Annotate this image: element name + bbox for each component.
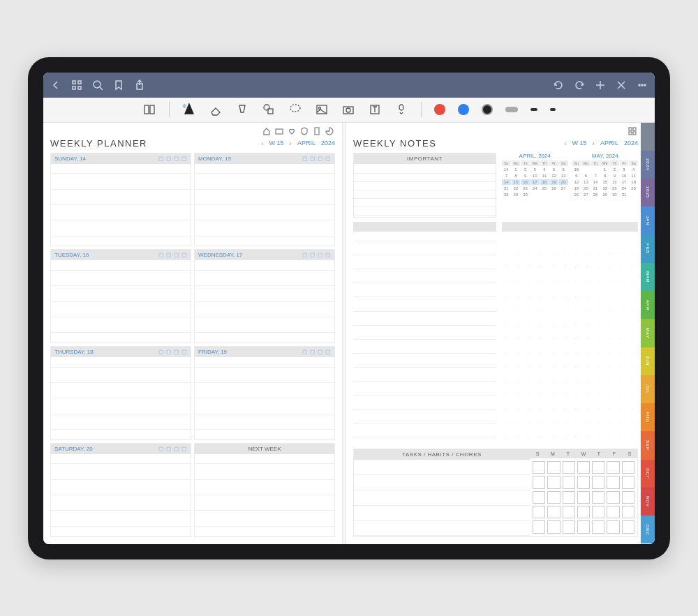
task-checkbox[interactable]: [563, 491, 575, 504]
share-icon[interactable]: [134, 80, 145, 91]
day-mini-icon[interactable]: ▢: [166, 349, 172, 355]
task-checkbox[interactable]: [622, 520, 634, 533]
side-tab[interactable]: FEB: [641, 235, 655, 263]
color-blue[interactable]: [458, 104, 469, 115]
widget-icon[interactable]: [628, 127, 637, 135]
week-link[interactable]: W 15: [269, 140, 284, 147]
day-cell[interactable]: WEDNESDAY, 17▢▢▢▢: [194, 249, 335, 343]
color-black[interactable]: [482, 104, 493, 115]
task-checkbox[interactable]: [577, 476, 590, 488]
side-tab[interactable]: NOV: [641, 488, 655, 516]
folder-icon[interactable]: [275, 127, 283, 135]
side-tab[interactable]: JUN: [641, 347, 655, 375]
task-checkbox[interactable]: [577, 461, 590, 474]
day-mini-icon[interactable]: ▢: [158, 349, 164, 355]
task-checkbox[interactable]: [607, 520, 619, 533]
day-mini-icon[interactable]: ▢: [318, 349, 323, 355]
task-checkbox[interactable]: [533, 491, 545, 504]
day-cell[interactable]: THURSDAY, 18▢▢▢▢: [50, 346, 191, 440]
task-checkbox[interactable]: [622, 461, 634, 474]
color-red[interactable]: [434, 104, 445, 115]
chart-icon[interactable]: [325, 127, 334, 135]
task-checkbox[interactable]: [607, 461, 619, 474]
side-tab[interactable]: MAY: [641, 319, 655, 347]
task-checkbox[interactable]: [547, 506, 560, 518]
day-mini-icon[interactable]: ▢: [166, 446, 172, 452]
task-checkbox[interactable]: [577, 491, 590, 504]
mini-calendar[interactable]: APRIL, 2024SuMoTuWeThFrSa141234567891011…: [502, 153, 568, 218]
day-mini-icon[interactable]: ▢: [181, 349, 187, 355]
task-checkbox[interactable]: [592, 506, 604, 518]
task-checkbox[interactable]: [533, 461, 545, 474]
day-cell[interactable]: SATURDAY, 20▢▢▢▢: [50, 443, 191, 537]
text-tool-icon[interactable]: [368, 103, 382, 117]
day-mini-icon[interactable]: ▢: [166, 252, 172, 258]
day-mini-icon[interactable]: ▢: [310, 349, 315, 355]
task-checkbox[interactable]: [622, 506, 634, 518]
side-tab[interactable]: OCT: [641, 460, 655, 488]
day-mini-icon[interactable]: ▢: [174, 349, 179, 355]
task-checkbox[interactable]: [547, 461, 560, 474]
day-cell[interactable]: NEXT WEEK: [194, 443, 335, 537]
day-mini-icon[interactable]: ▢: [302, 349, 308, 355]
task-checkbox[interactable]: [592, 476, 604, 488]
stroke-medium[interactable]: [530, 108, 537, 111]
day-mini-icon[interactable]: ▢: [310, 252, 315, 258]
doc-icon[interactable]: [313, 127, 321, 135]
day-mini-icon[interactable]: ▢: [158, 156, 164, 162]
day-cell[interactable]: FRIDAY, 19▢▢▢▢: [194, 346, 335, 440]
task-checkbox[interactable]: [577, 506, 590, 518]
task-checkbox[interactable]: [547, 520, 560, 533]
mini-calendar[interactable]: MAY, 2024SuMoTuWeThFrSa18123456789101112…: [572, 153, 639, 218]
task-checkbox[interactable]: [563, 476, 575, 488]
day-mini-icon[interactable]: ▢: [302, 252, 308, 258]
read-tool-icon[interactable]: [142, 103, 156, 117]
task-checkbox[interactable]: [592, 520, 604, 533]
undo-icon[interactable]: [553, 80, 564, 91]
task-checkbox[interactable]: [563, 461, 575, 474]
side-tab[interactable]: AUG: [641, 403, 655, 431]
day-mini-icon[interactable]: ▢: [318, 156, 323, 162]
redo-icon[interactable]: [574, 80, 585, 91]
day-mini-icon[interactable]: ▢: [325, 349, 331, 355]
grid-icon[interactable]: [71, 80, 82, 91]
day-mini-icon[interactable]: ▢: [174, 156, 179, 162]
stroke-large[interactable]: [505, 107, 518, 112]
side-tab[interactable]: JAN: [641, 206, 655, 234]
day-mini-icon[interactable]: ▢: [325, 156, 331, 162]
day-mini-icon[interactable]: ▢: [158, 446, 164, 452]
day-mini-icon[interactable]: ▢: [174, 252, 179, 258]
task-checkbox[interactable]: [607, 491, 619, 504]
task-checkbox[interactable]: [533, 476, 545, 488]
task-checkbox[interactable]: [592, 491, 604, 504]
task-checkbox[interactable]: [563, 506, 575, 518]
link-tool-icon[interactable]: [394, 103, 408, 117]
day-cell[interactable]: MONDAY, 15▢▢▢▢: [194, 153, 335, 247]
week-link-r[interactable]: W 15: [572, 140, 587, 147]
image-tool-icon[interactable]: [315, 103, 329, 117]
task-checkbox[interactable]: [533, 506, 545, 518]
highlighter-tool-icon[interactable]: [235, 103, 249, 117]
day-mini-icon[interactable]: ▢: [166, 156, 172, 162]
day-mini-icon[interactable]: ▢: [158, 252, 164, 258]
task-checkbox[interactable]: [622, 476, 634, 488]
task-checkbox[interactable]: [577, 520, 590, 533]
day-mini-icon[interactable]: ▢: [325, 252, 331, 258]
side-tab[interactable]: 2024: [641, 151, 655, 179]
shapes-tool-icon[interactable]: [262, 103, 276, 117]
side-tab[interactable]: MAR: [641, 263, 655, 291]
back-icon[interactable]: [50, 80, 61, 91]
task-checkbox[interactable]: [607, 476, 619, 488]
side-tab[interactable]: DEC: [641, 516, 655, 543]
stroke-small[interactable]: [550, 108, 556, 111]
add-icon[interactable]: [595, 80, 606, 91]
year-link-r[interactable]: 2024: [624, 140, 638, 147]
prev-week-icon-r[interactable]: ‹: [564, 140, 566, 147]
day-mini-icon[interactable]: ▢: [181, 446, 187, 452]
home-icon[interactable]: [262, 127, 271, 135]
task-checkbox[interactable]: [607, 506, 619, 518]
search-icon[interactable]: [92, 80, 103, 91]
heart-icon[interactable]: [288, 127, 296, 135]
task-checkbox[interactable]: [592, 461, 604, 474]
close-icon[interactable]: [616, 80, 627, 91]
